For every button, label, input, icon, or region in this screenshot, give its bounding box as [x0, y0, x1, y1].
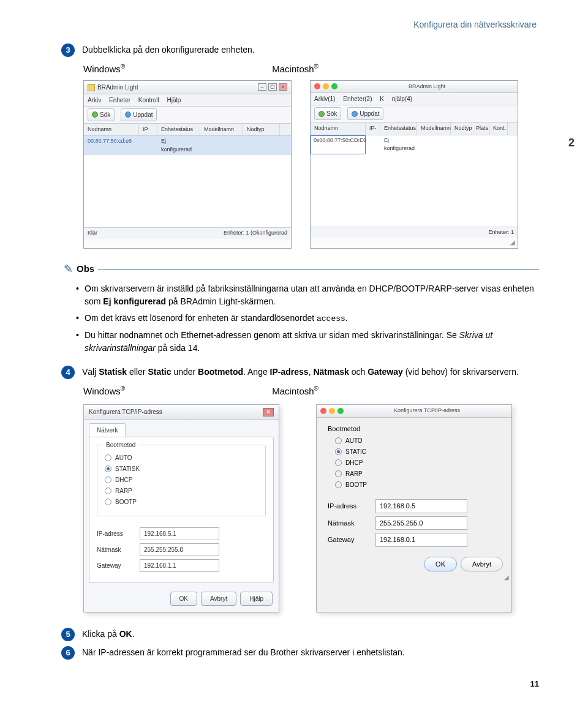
- mac-radio-bootp[interactable]: BOOTP: [335, 480, 500, 489]
- radio-auto[interactable]: AUTO: [105, 453, 258, 462]
- note-item-3: Du hittar nodnamnet och Ethernet-adresse…: [76, 329, 539, 355]
- mask-input[interactable]: 255.255.255.0: [140, 543, 219, 556]
- mac-mask-input[interactable]: 255.255.255.0: [375, 516, 467, 530]
- step-6-bullet: 6: [61, 646, 75, 660]
- mac-zoom-icon[interactable]: [337, 408, 344, 414]
- col-plats[interactable]: Plats: [472, 122, 489, 135]
- tab-natverk[interactable]: Nätverk: [89, 423, 126, 437]
- mac-gw-row: Gateway 192.168.0.1: [328, 533, 500, 547]
- step-4-bullet: 4: [61, 366, 75, 379]
- resize-handle-icon[interactable]: ◢: [317, 573, 511, 583]
- mac-zoom-icon[interactable]: [331, 83, 337, 89]
- ok-button[interactable]: OK: [170, 592, 197, 606]
- menu-hjalp-mac[interactable]: njälp(4): [392, 96, 412, 102]
- win-menubar[interactable]: Arkiv Enheter Kontroll Hjälp: [84, 94, 291, 107]
- status-left: Klar: [88, 229, 97, 238]
- win-list-body: 00:80:77:50:cd:e6 Ej konfigurerad: [84, 136, 291, 228]
- close-icon[interactable]: ✕: [263, 408, 274, 416]
- radio-rarp[interactable]: RARP: [105, 486, 258, 495]
- mac-radio-dhcp[interactable]: DHCP: [335, 458, 500, 467]
- help-button[interactable]: Hjälp: [240, 592, 273, 606]
- note-item-1: Om skrivarservern är inställd på fabriks…: [76, 282, 539, 308]
- step-5-bullet: 5: [61, 628, 75, 641]
- search-icon: [318, 111, 325, 117]
- col-nodtyp[interactable]: Nodtyp: [243, 124, 280, 136]
- mac-status-bar: Enheter: 1: [311, 227, 518, 238]
- mac-minimize-icon[interactable]: [323, 83, 329, 89]
- col-nodnamn[interactable]: Nodnamn: [311, 122, 366, 135]
- menu-arkiv[interactable]: Arkiv: [88, 97, 101, 104]
- menu-arkiv-mac[interactable]: Arkiv(1): [314, 96, 335, 102]
- list-item[interactable]: 0x00:80:77:50:CD:E6 Ej konfigurerad: [311, 135, 518, 154]
- menu-kontroll[interactable]: Kontroll: [138, 97, 159, 104]
- col-model[interactable]: Modellnamn: [417, 122, 451, 135]
- ip-label: IP-adress: [97, 529, 134, 538]
- col-nodnamn[interactable]: Nodnamn: [84, 124, 139, 136]
- col-kont[interactable]: Kont.: [489, 122, 508, 135]
- mac-ok-button[interactable]: OK: [424, 557, 457, 572]
- mac-list-header: Nodnamn IP- Enhetsstatus Modellnamn Nodt…: [311, 122, 518, 135]
- os-windows-label: Windows®: [83, 62, 125, 77]
- col-ip[interactable]: IP-: [366, 122, 380, 135]
- mac-list-body: 0x00:80:77:50:CD:E6 Ej konfigurerad: [311, 135, 518, 227]
- list-item[interactable]: 00:80:77:50:cd:e6 Ej konfigurerad: [84, 136, 291, 155]
- close-icon[interactable]: ×: [279, 83, 287, 91]
- mac-title-text: BRAdmin Light: [340, 83, 514, 91]
- gw-label: Gateway: [97, 561, 134, 570]
- cancel-button[interactable]: Avbryt: [201, 592, 236, 606]
- maximize-icon[interactable]: ▢: [268, 83, 277, 91]
- mac-radio-static[interactable]: STATIC: [335, 447, 500, 456]
- mac-minimize-icon[interactable]: [329, 408, 335, 414]
- note-rule: [98, 269, 539, 269]
- mac-boot-group: Bootmetod AUTO STATIC DHCP RARP BOOTP: [328, 424, 500, 490]
- step-5: 5 Klicka på OK.: [61, 628, 539, 641]
- radio-dhcp[interactable]: DHCP: [105, 475, 258, 484]
- col-nodtyp[interactable]: Nodtyp: [451, 122, 472, 135]
- os-labels-2: Windows® Macintosh®: [83, 384, 539, 399]
- mac-ip-label: IP-adress: [328, 501, 369, 511]
- mac-gw-input[interactable]: 192.168.0.1: [375, 533, 467, 547]
- mac-ip-input[interactable]: 192.168.0.5: [375, 499, 467, 513]
- step-3: 3 Dubbelklicka på den okonfigurerade enh…: [61, 43, 539, 57]
- menu-hjalp[interactable]: Hjälp: [167, 97, 181, 104]
- mac-dlg-titlebar: Konfigurera TCP/IP-adress: [317, 405, 511, 418]
- group-title: Bootmetod: [104, 440, 138, 450]
- refresh-button[interactable]: Uppdat: [121, 108, 157, 121]
- ip-input[interactable]: 192.168.5.1: [140, 527, 219, 540]
- step-3-text: Dubbelklicka på den okonfigurerade enhet…: [82, 43, 539, 56]
- col-status[interactable]: Enhetsstatus: [157, 124, 200, 136]
- radio-bootp[interactable]: BOOTP: [105, 497, 258, 507]
- mask-field-row: Nätmask 255.255.255.0: [97, 543, 266, 556]
- mac-toolbar: Sök Uppdat: [311, 105, 518, 122]
- screenshot-row-1: BRAdmin Light – ▢ × Arkiv Enheter Kontro…: [83, 80, 539, 249]
- radio-statisk[interactable]: STATISK: [105, 464, 258, 473]
- resize-handle-icon[interactable]: ◢: [311, 238, 518, 248]
- gw-field-row: Gateway 192.168.1.1: [97, 559, 266, 572]
- mac-refresh-button[interactable]: Uppdat: [347, 107, 383, 120]
- win-list-header: Nodnamn IP Enhetsstatus Modellnamn Nodty…: [84, 124, 291, 137]
- mac-mask-label: Nätmask: [328, 518, 369, 529]
- col-status[interactable]: Enhetsstatus: [380, 122, 417, 135]
- col-model[interactable]: Modellnamn: [200, 124, 243, 136]
- gw-input[interactable]: 192.168.1.1: [140, 559, 219, 572]
- search-button[interactable]: Sök: [88, 108, 115, 121]
- menu-enheter-mac[interactable]: Enheter(2): [343, 96, 372, 102]
- step-4-text: Välj Statisk eller Static under Bootmeto…: [82, 366, 539, 379]
- mac-radio-rarp[interactable]: RARP: [335, 469, 500, 478]
- mac-radio-auto[interactable]: AUTO: [335, 436, 500, 445]
- chapter-side-number: 2: [568, 135, 575, 151]
- row-status: Ej konfigurerad: [157, 136, 200, 155]
- menu-enheter[interactable]: Enheter: [109, 97, 130, 104]
- win-status-bar: Klar Enheter: 1 (Okonfigurerad: [84, 228, 291, 239]
- win-controls[interactable]: – ▢ ×: [258, 83, 287, 91]
- note-icon: ✎: [64, 261, 73, 277]
- dialog-row: Konfigurera TCP/IP-adress ✕ Nätverk Boot…: [83, 404, 539, 612]
- minimize-icon[interactable]: –: [258, 83, 266, 91]
- mac-search-button[interactable]: Sök: [314, 107, 341, 120]
- mac-cancel-button[interactable]: Avbryt: [461, 557, 503, 572]
- mac-menubar[interactable]: Arkiv(1) Enheter(2) K njälp(4): [311, 93, 518, 105]
- menu-k-mac[interactable]: K: [380, 96, 384, 102]
- mac-close-icon[interactable]: [314, 83, 320, 89]
- col-ip[interactable]: IP: [139, 124, 157, 136]
- mac-close-icon[interactable]: [320, 408, 326, 414]
